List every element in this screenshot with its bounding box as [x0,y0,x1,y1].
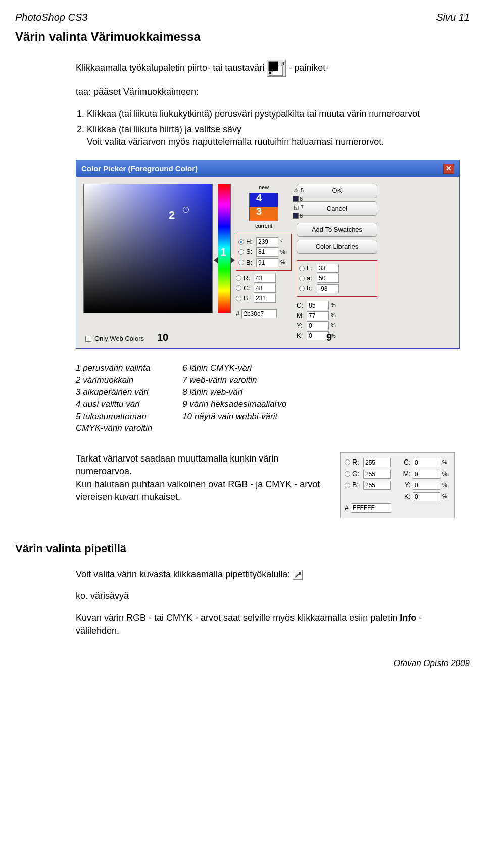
color-picker-dialog: Color Picker (Foreground Color) ✕ 2 1 ne… [76,160,460,349]
pipette-text-2: ko. värisävyä [76,590,455,602]
r-input[interactable] [254,274,276,283]
intro-text-a: Klikkaamalla työkalupaletin piirto- tai … [76,62,264,72]
lab-group: L: a: b: [297,260,377,297]
hue-slider[interactable]: 1 [218,184,231,313]
current-color-swatch[interactable] [249,207,278,221]
add-swatches-button[interactable]: Add To Swatches [297,223,377,237]
annot-9: 9 [326,330,332,344]
ok-button[interactable]: OK [297,184,377,198]
mini-radio-r[interactable] [345,459,350,465]
mini-hex[interactable] [351,503,391,513]
mini-y[interactable] [413,481,440,490]
cancel-button[interactable]: Cancel [297,201,377,216]
hsb-group: H:° S:% B:% [236,234,292,271]
radio-l[interactable] [299,266,305,271]
websafe-warning-icon[interactable]: ◱ [293,204,300,211]
a-input[interactable] [317,274,339,283]
color-field[interactable]: 2 [83,184,213,313]
current-label: current [255,222,272,230]
mini-r[interactable] [363,458,391,467]
step-1: Klikkaa (tai liikuta liukukytkintä) peru… [87,108,455,120]
annot-5: 5 [301,187,304,194]
new-color-swatch[interactable] [249,193,278,207]
exact-values-text: Tarkat väriarvot saadaan muuttamalla kun… [76,452,330,503]
y-input[interactable] [307,321,329,330]
fgbg-swatch-icon: ↺ [267,60,286,77]
legend-right: 6 lähin CMYK-väri 7 web-värin varoitin 8… [182,362,286,434]
mini-g[interactable] [363,470,391,479]
field-marker[interactable] [183,207,189,213]
mini-m[interactable] [413,470,440,479]
step-2: Klikkaa (tai liikuta hiirtä) ja valitse … [87,123,455,148]
h-input[interactable] [256,237,278,246]
radio-b[interactable] [238,260,244,265]
annot-3: 3 [256,204,262,218]
annot-2: 2 [169,208,175,223]
pipette-text-1: Voit valita värin kuvasta klikkaamalla p… [76,569,290,579]
section-pipette-title: Värin valinta pipetillä [15,541,470,557]
only-web-colors-label: Only Web Colors [94,334,144,343]
g-input[interactable] [254,284,276,293]
bval-input[interactable] [256,258,278,267]
b-input[interactable] [254,294,276,303]
pipette-text-3: Kuvan värin RGB - tai CMYK - arvot saat … [76,611,455,637]
mini-c[interactable] [413,458,440,467]
mini-values-panel: R:C:% G:M:% B:Y:% K:% # [340,452,455,518]
c-input[interactable] [307,301,329,310]
only-web-colors-checkbox[interactable] [85,336,91,342]
close-icon[interactable]: ✕ [443,164,454,174]
footer-text: Otavan Opisto 2009 [15,657,470,670]
mini-hex-label: # [345,503,349,514]
mini-b[interactable] [363,481,391,490]
legend-left: 1 perusvärin valinta 2 värimuokkain 3 al… [76,362,152,434]
radio-a[interactable] [299,276,305,281]
color-libraries-button[interactable]: Color Libraries [297,240,377,254]
k-input[interactable] [307,331,329,340]
hex-label: # [236,309,239,318]
nearest-web-swatch[interactable] [293,213,299,219]
radio-g[interactable] [236,285,241,291]
dialog-title: Color Picker (Foreground Color) [81,163,198,174]
s-input[interactable] [256,247,278,257]
intro-text-2: taa: pääset Värimuokkaimeen: [76,86,455,98]
color-preview: new current 4 3 ⚠5 6 ◱7 8 [236,184,292,230]
radio-r[interactable] [236,275,241,281]
annot-6: 6 [300,195,303,203]
annot-4: 4 [256,191,262,205]
header-right: Sivu 11 [436,10,470,24]
radio-h[interactable] [238,239,244,245]
header-left: PhotoShop CS3 [15,10,87,24]
l-input[interactable] [317,264,339,273]
gamut-warning-icon[interactable]: ⚠ [293,187,300,194]
annot-8: 8 [300,212,303,220]
mini-radio-g[interactable] [345,471,350,477]
mini-radio-b[interactable] [345,483,350,488]
mini-k[interactable] [413,492,440,501]
radio-lb[interactable] [299,286,305,291]
nearest-cmyk-swatch[interactable] [293,196,299,202]
annot-10: 10 [157,330,168,344]
intro-text-b: - painiket- [288,62,328,72]
hex-input[interactable] [241,309,277,318]
eyedropper-icon [293,570,303,580]
annot-1: 1 [220,245,226,261]
lb-input[interactable] [317,284,339,293]
radio-s[interactable] [238,249,244,255]
page-title: Värin valinta Värimuokkaimessa [15,28,470,45]
m-input[interactable] [307,311,329,320]
radio-bl[interactable] [236,296,241,301]
annot-7: 7 [301,203,304,211]
